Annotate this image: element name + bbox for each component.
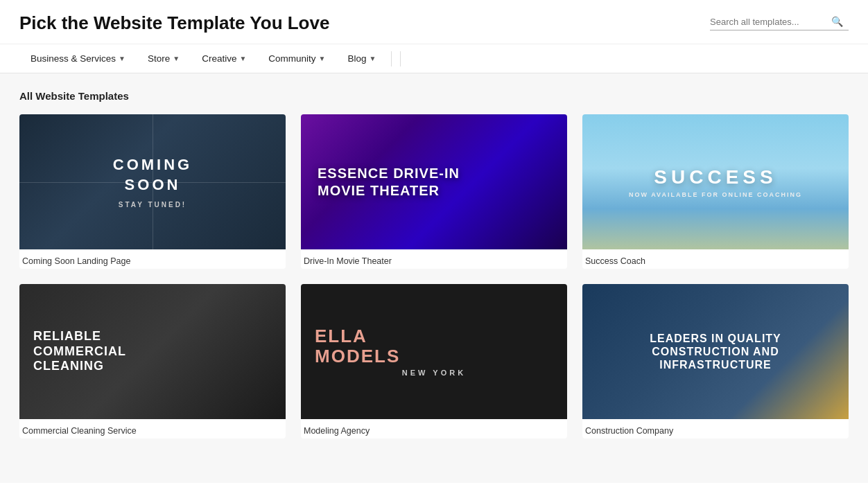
chevron-down-icon: ▼ [370, 55, 376, 62]
nav-item-creative[interactable]: Creative ▼ [191, 44, 257, 73]
search-input[interactable] [710, 17, 831, 27]
chevron-down-icon: ▼ [173, 55, 180, 62]
template-thumb-drive-in: Essence Drive-InMovie Theater [301, 114, 567, 249]
nav-divider-1 [391, 51, 392, 67]
chevron-down-icon: ▼ [319, 55, 326, 62]
template-thumb-cleaning: RELIABLECOMMERCIALCLEANING [19, 284, 286, 419]
template-card-drive-in[interactable]: Essence Drive-InMovie Theater Drive-In M… [301, 114, 567, 269]
nav-bar: Business & Services ▼ Store ▼ Creative ▼… [0, 44, 868, 73]
chevron-down-icon: ▼ [239, 55, 246, 62]
template-label-modeling: Modeling Agency [301, 419, 567, 439]
nav-item-blog[interactable]: Blog ▼ [337, 44, 388, 73]
top-bar: Pick the Website Template You Love 🔍 [0, 0, 868, 44]
nav-label-community: Community [268, 53, 315, 64]
thumb-main-text: ELLAMODELS [301, 326, 567, 366]
decorative-lines [19, 114, 286, 249]
nav-label-creative: Creative [202, 53, 236, 64]
thumb-main-text: Essence Drive-InMovie Theater [301, 165, 567, 200]
template-thumb-success: SUCCESS Now Available for Online Coachin… [582, 114, 849, 249]
search-icon[interactable]: 🔍 [831, 16, 843, 27]
thumb-sub-text: Now Available for Online Coaching [629, 191, 802, 198]
thumb-accent-text: NEW YORK [301, 369, 567, 377]
search-bar: 🔍 [710, 16, 849, 30]
template-card-coming-soon[interactable]: COMINGSOON STAY TUNED! Coming Soon Landi… [19, 114, 286, 269]
thumb-main-text: LEADERS IN QUALITYCONSTRUCTION ANDINFRAS… [582, 332, 849, 372]
templates-grid: COMINGSOON STAY TUNED! Coming Soon Landi… [19, 114, 849, 439]
template-thumb-construction: LEADERS IN QUALITYCONSTRUCTION ANDINFRAS… [582, 284, 849, 419]
template-label-coming-soon: Coming Soon Landing Page [19, 249, 286, 269]
template-card-cleaning[interactable]: RELIABLECOMMERCIALCLEANING Commercial Cl… [19, 284, 286, 439]
section-title: All Website Templates [19, 90, 849, 102]
nav-label-business: Business & Services [31, 53, 116, 64]
template-card-success[interactable]: SUCCESS Now Available for Online Coachin… [582, 114, 849, 269]
nav-label-blog: Blog [348, 53, 367, 64]
thumb-main-text: RELIABLECOMMERCIALCLEANING [19, 329, 286, 374]
chevron-down-icon: ▼ [119, 55, 125, 62]
template-thumb-modeling: ELLAMODELS NEW YORK [301, 284, 567, 419]
template-thumb-coming-soon: COMINGSOON STAY TUNED! [19, 114, 286, 249]
content-area: All Website Templates COMINGSOON STAY TU… [0, 73, 868, 483]
page-title: Pick the Website Template You Love [19, 12, 329, 34]
template-label-cleaning: Commercial Cleaning Service [19, 419, 286, 439]
thumb-main-text: SUCCESS [629, 166, 802, 188]
template-label-drive-in: Drive-In Movie Theater [301, 249, 567, 269]
template-label-success: Success Coach [582, 249, 849, 269]
nav-item-community[interactable]: Community ▼ [257, 44, 336, 73]
nav-label-store: Store [148, 53, 170, 64]
template-label-construction: Construction Company [582, 419, 849, 439]
nav-item-business[interactable]: Business & Services ▼ [19, 44, 137, 73]
template-card-construction[interactable]: LEADERS IN QUALITYCONSTRUCTION ANDINFRAS… [582, 284, 849, 439]
template-card-modeling[interactable]: ELLAMODELS NEW YORK Modeling Agency [301, 284, 567, 439]
nav-item-store[interactable]: Store ▼ [137, 44, 191, 73]
nav-divider-2 [400, 51, 401, 67]
